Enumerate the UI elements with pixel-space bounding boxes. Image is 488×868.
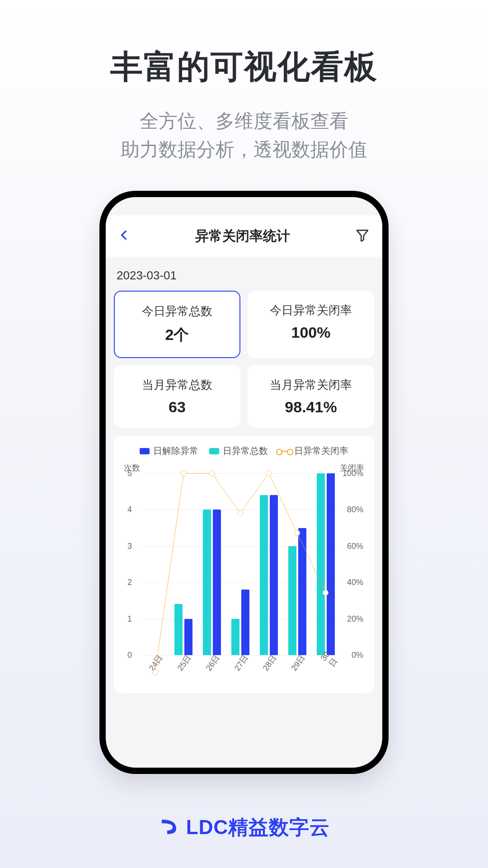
svg-point-4 (238, 510, 243, 516)
stat-card-label: 当月异常总数 (142, 377, 212, 393)
navbar: 异常关闭率统计 (106, 215, 382, 257)
y-tick-right: 20% (347, 614, 363, 623)
stat-card-value: 2个 (165, 325, 189, 345)
hero-sub-line1: 全方位、多维度看板查看 (121, 107, 367, 135)
y-tick-left: 4 (127, 505, 132, 514)
stat-card-value: 63 (169, 398, 186, 416)
y-tick-right: 40% (347, 578, 363, 587)
hero-subtitle: 全方位、多维度看板查看 助力数据分析，透视数据价值 (121, 107, 367, 164)
chart-area: 次数 关闭率 0123450%20%40%60%80%100%24日25日26日… (124, 465, 364, 682)
svg-point-2 (181, 471, 186, 476)
svg-point-5 (266, 471, 272, 476)
stat-card-3[interactable]: 当月异常关闭率98.41% (248, 365, 374, 428)
back-icon[interactable] (118, 229, 130, 243)
date-label: 2023-03-01 (114, 265, 374, 283)
stat-card-label: 今日异常总数 (142, 303, 212, 319)
chart-legend: 日解除异常 日异常总数 日异常关闭率 (120, 445, 368, 457)
phone-screen: 异常关闭率统计 2023-03-01 今日异常总数2个今日异常关闭率100%当月… (106, 197, 382, 768)
stat-card-label: 当月异常关闭率 (270, 377, 352, 393)
legend-label-1: 日解除异常 (153, 445, 198, 457)
y-tick-left: 3 (127, 541, 132, 551)
phone-frame: 异常关闭率统计 2023-03-01 今日异常总数2个今日异常关闭率100%当月… (99, 191, 389, 774)
stat-card-value: 100% (291, 324, 331, 341)
stat-card-value: 98.41% (285, 398, 337, 416)
y-tick-left: 1 (127, 614, 132, 623)
filter-icon[interactable] (355, 228, 370, 244)
y-tick-left: 2 (127, 578, 132, 587)
legend-label-3: 日异常关闭率 (294, 445, 348, 457)
stat-card-1[interactable]: 今日异常关闭率100% (248, 291, 374, 358)
brand-logo-icon (158, 816, 180, 840)
stat-card-0[interactable]: 今日异常总数2个 (114, 291, 240, 358)
legend-item-3: 日异常关闭率 (279, 445, 348, 457)
stat-cards: 今日异常总数2个今日异常关闭率100%当月异常总数63当月异常关闭率98.41% (114, 291, 374, 428)
y-tick-left: 0 (127, 651, 132, 660)
hero-title: 丰富的可视化看板 (110, 45, 378, 89)
svg-point-3 (209, 471, 215, 476)
hero-sub-line2: 助力数据分析，透视数据价值 (121, 135, 367, 164)
svg-point-7 (323, 590, 328, 595)
legend-line-icon (279, 451, 291, 452)
svg-marker-0 (357, 230, 368, 241)
svg-point-1 (152, 670, 158, 675)
legend-swatch-2 (209, 448, 219, 454)
stat-card-label: 今日异常关闭率 (270, 302, 352, 318)
chart-plot: 0123450%20%40%60%80%100%24日25日26日27日28日2… (141, 473, 340, 655)
y-tick-right: 60% (347, 541, 363, 551)
legend-item-1: 日解除异常 (140, 445, 198, 457)
y-tick-right: 80% (347, 505, 363, 514)
content-area: 2023-03-01 今日异常总数2个今日异常关闭率100%当月异常总数63当月… (106, 257, 382, 701)
y-tick-right: 0% (352, 651, 363, 660)
legend-label-2: 日异常总数 (223, 445, 268, 457)
y-tick-left: 5 (127, 469, 132, 478)
svg-point-6 (295, 530, 300, 536)
line-series (141, 473, 340, 672)
stat-card-2[interactable]: 当月异常总数63 (114, 365, 240, 428)
brand-name: LDC精益数字云 (186, 814, 330, 841)
y-tick-right: 100% (343, 469, 363, 478)
legend-item-2: 日异常总数 (209, 445, 268, 457)
page-title: 异常关闭率统计 (195, 227, 290, 245)
footer-brand: LDC精益数字云 (158, 814, 330, 841)
legend-swatch-1 (140, 448, 150, 454)
chart-card: 日解除异常 日异常总数 日异常关闭率 次数 关闭率 0123450%20%40%… (114, 436, 374, 693)
